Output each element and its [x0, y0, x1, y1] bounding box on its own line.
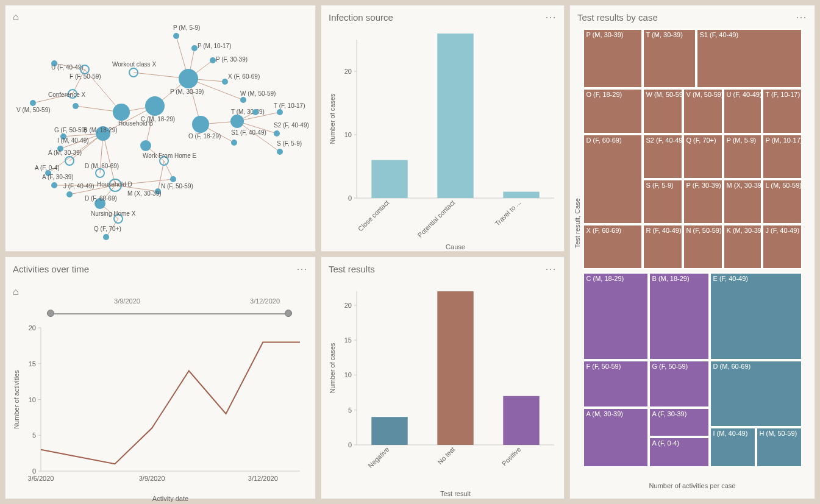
- card-menu-icon[interactable]: ⋯: [545, 10, 557, 24]
- treemap-cell[interactable]: P (M, 5-9): [723, 134, 762, 179]
- treemap-cell[interactable]: D (M, 60-69): [710, 360, 802, 427]
- svg-text:A (F, 30-39): A (F, 30-39): [42, 174, 74, 180]
- treemap-cell[interactable]: A (F, 30-39): [649, 408, 710, 437]
- svg-rect-133: [371, 160, 407, 198]
- svg-text:U (F, 40-49): U (F, 40-49): [51, 64, 84, 71]
- svg-point-71: [274, 130, 280, 137]
- svg-text:J (F, 40-49): J (F, 40-49): [63, 183, 94, 190]
- treemap-cell[interactable]: N (F, 50-59): [683, 224, 723, 269]
- svg-text:10: 10: [29, 396, 36, 403]
- treemap-cell[interactable]: V (M, 50-59): [683, 88, 723, 134]
- svg-text:15: 15: [344, 336, 352, 344]
- svg-point-93: [170, 176, 176, 182]
- treemap-chart[interactable]: P (M, 30-39)T (M, 30-39)S1 (F, 40-49)O (…: [583, 29, 802, 467]
- card-menu-icon[interactable]: ⋯: [545, 262, 557, 275]
- treemap-cell[interactable]: S1 (F, 40-49): [696, 29, 802, 88]
- treemap-cell[interactable]: T (M, 30-39): [643, 29, 696, 88]
- svg-line-21: [103, 133, 115, 185]
- treemap-cell[interactable]: P (M, 30-39): [583, 29, 643, 88]
- svg-text:Negative: Negative: [366, 445, 390, 469]
- svg-text:A (M, 30-39): A (M, 30-39): [48, 149, 82, 156]
- treemap-cell[interactable]: P (M, 10-17): [762, 134, 802, 179]
- home-icon[interactable]: ⌂: [13, 12, 19, 23]
- svg-point-73: [277, 149, 283, 155]
- card-title: Infection source: [329, 12, 393, 23]
- svg-text:T (F, 10-17): T (F, 10-17): [274, 102, 305, 109]
- svg-text:W (M, 50-59): W (M, 50-59): [240, 90, 276, 97]
- card-menu-icon[interactable]: ⋯: [796, 10, 807, 24]
- node-label: P (M, 5-9): [173, 24, 200, 31]
- network-card: ⌂ P (M, 5-9) P (M, 10-17) P (F, 30-39): [5, 5, 316, 252]
- treemap-cell[interactable]: X (F, 60-69): [583, 224, 643, 269]
- treemap-cell[interactable]: C (M, 18-29): [583, 272, 649, 360]
- treemap-cell[interactable]: K (M, 30-39): [723, 224, 762, 269]
- svg-text:Number of activities: Number of activities: [13, 370, 20, 429]
- treemap-cell[interactable]: M (X, 30-39): [723, 179, 762, 224]
- svg-text:S2 (F, 40-49): S2 (F, 40-49): [274, 122, 309, 129]
- treemap-cell[interactable]: O (F, 18-29): [583, 88, 643, 134]
- svg-text:No test: No test: [436, 445, 456, 466]
- svg-text:Cause: Cause: [446, 243, 465, 250]
- slider-end-label: 3/12/2020: [250, 297, 280, 305]
- svg-text:Potential contact: Potential contact: [416, 199, 456, 239]
- svg-text:0: 0: [348, 441, 352, 449]
- svg-text:N (F, 50-59): N (F, 50-59): [161, 183, 193, 190]
- treemap-cell[interactable]: U (F, 40-49): [723, 88, 762, 134]
- svg-point-105: [73, 103, 79, 109]
- svg-rect-155: [437, 291, 473, 445]
- svg-point-106: [140, 140, 151, 151]
- svg-line-29: [164, 161, 173, 179]
- card-title: Test results: [329, 264, 375, 274]
- activities-line-chart[interactable]: 051015203/6/20203/9/20203/12/2020Activit…: [10, 322, 309, 504]
- test-results-bar-chart[interactable]: 05101520NegativeNo testPositiveTest resu…: [326, 285, 560, 500]
- svg-rect-135: [437, 34, 473, 198]
- treemap-cell[interactable]: W (M, 50-59): [643, 88, 683, 134]
- treemap-cell[interactable]: D (F, 60-69): [583, 134, 643, 224]
- infection-source-bar-chart[interactable]: 01020Close contactPotential contactTrave…: [326, 34, 560, 253]
- svg-text:M (X, 30-39): M (X, 30-39): [127, 190, 162, 197]
- treemap-cell[interactable]: H (M, 50-59): [756, 427, 802, 467]
- svg-point-49: [240, 97, 246, 103]
- svg-text:P (F, 30-39): P (F, 30-39): [216, 56, 248, 63]
- svg-text:D (M, 60-69): D (M, 60-69): [85, 163, 119, 169]
- treemap-cell[interactable]: L (M, 50-59): [762, 179, 802, 224]
- svg-text:0: 0: [32, 467, 36, 475]
- svg-text:3/12/2020: 3/12/2020: [248, 475, 278, 482]
- svg-point-39: [191, 45, 198, 51]
- time-range-slider[interactable]: [47, 307, 292, 319]
- treemap-cell[interactable]: Q (F, 70+): [683, 134, 723, 179]
- treemap-ylabel: Test result, Case: [574, 198, 581, 248]
- treemap-cell[interactable]: B (M, 18-29): [649, 272, 710, 360]
- treemap-cell[interactable]: A (M, 30-39): [583, 408, 649, 467]
- svg-text:3/9/2020: 3/9/2020: [139, 475, 165, 482]
- activities-over-time-card: Activities over time ⋯ ⌂ 3/9/2020 3/12/2…: [5, 257, 316, 499]
- svg-text:S (F, 5-9): S (F, 5-9): [277, 140, 302, 147]
- svg-text:15: 15: [29, 360, 36, 367]
- treemap-cell[interactable]: P (F, 30-39): [683, 179, 723, 224]
- treemap-cell[interactable]: I (M, 40-49): [710, 427, 756, 467]
- svg-text:Q (F, 70+): Q (F, 70+): [94, 225, 121, 232]
- treemap-cell[interactable]: F (F, 50-59): [583, 360, 649, 408]
- svg-point-89: [51, 182, 57, 188]
- treemap-cell[interactable]: S (F, 5-9): [643, 179, 683, 224]
- treemap-cell[interactable]: A (F, 0-4): [649, 437, 710, 467]
- network-graph[interactable]: P (M, 5-9) P (M, 10-17) P (F, 30-39) Wor…: [5, 5, 315, 249]
- svg-text:Household B: Household B: [118, 120, 154, 127]
- svg-point-41: [210, 57, 216, 63]
- svg-point-107: [231, 140, 237, 146]
- card-menu-icon[interactable]: ⋯: [296, 262, 308, 275]
- treemap-cell[interactable]: S2 (F, 40-49): [643, 134, 683, 179]
- home-icon[interactable]: ⌂: [13, 286, 19, 297]
- treemap-cell[interactable]: E (F, 40-49): [710, 272, 802, 360]
- svg-text:0: 0: [348, 194, 352, 202]
- svg-text:Close contact: Close contact: [357, 199, 391, 233]
- svg-text:20: 20: [344, 302, 352, 309]
- svg-text:B (M, 18-29): B (M, 18-29): [84, 127, 118, 133]
- svg-point-103: [103, 234, 109, 240]
- treemap-cell[interactable]: R (F, 40-49): [643, 224, 683, 269]
- treemap-cell[interactable]: G (F, 50-59): [649, 360, 710, 408]
- svg-text:10: 10: [344, 131, 352, 138]
- treemap-cell[interactable]: T (F, 10-17): [762, 88, 802, 134]
- treemap-cell[interactable]: J (F, 40-49): [762, 224, 802, 269]
- svg-text:5: 5: [32, 431, 36, 439]
